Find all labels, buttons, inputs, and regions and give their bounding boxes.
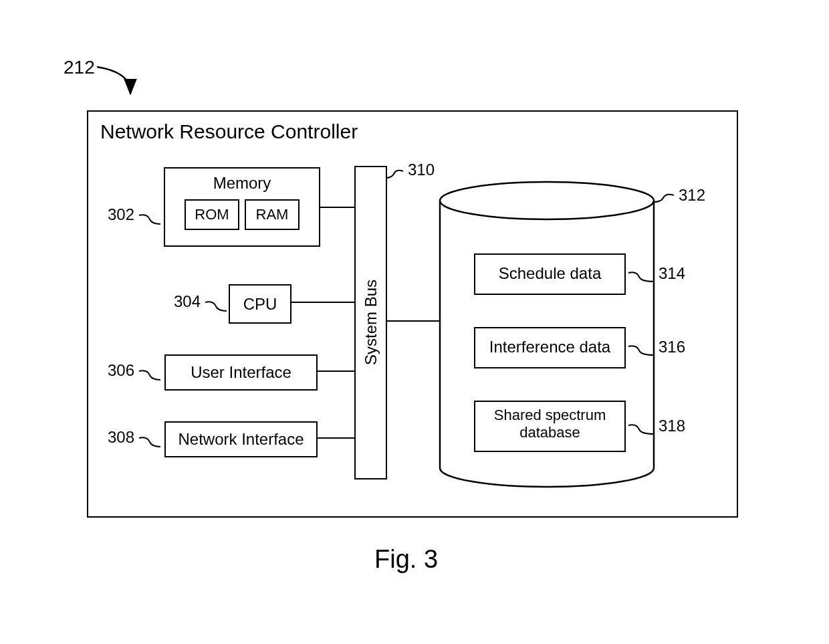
ui-box: User Interface [164,354,318,391]
ram-label: RAM [256,206,289,223]
spectrum-text: Shared spectrum database [475,407,625,442]
ref-312: 312 [679,186,705,205]
ref-308: 308 [108,428,134,447]
rom-label: ROM [195,206,229,223]
ref-306: 306 [108,361,134,380]
memory-box: Memory ROM RAM [164,167,320,247]
cpu-box: CPU [229,284,291,324]
ram-box: RAM [245,199,300,230]
diagram-canvas: Network Resource Controller 212 Memory R… [0,0,829,644]
ref-302: 302 [108,205,134,224]
controller-title: Network Resource Controller [100,120,358,143]
net-box: Network Interface [164,421,318,457]
ref-318: 318 [659,417,685,435]
memory-label: Memory [165,174,319,193]
rom-box: ROM [185,199,239,230]
interference-text: Interference data [475,338,625,356]
schedule-text: Schedule data [475,264,625,283]
system-bus-label: System Bus [362,280,380,365]
figure-ref-212: 212 [64,57,95,78]
ref-304: 304 [174,292,201,311]
net-label: Network Interface [178,430,304,449]
figure-caption: Fig. 3 [374,545,438,574]
ref-314: 314 [659,264,685,283]
cpu-label: CPU [243,295,277,314]
ref-316: 316 [659,338,685,356]
ref-310: 310 [408,160,435,179]
ui-label: User Interface [191,363,291,382]
system-bus-box: System Bus [354,166,387,479]
